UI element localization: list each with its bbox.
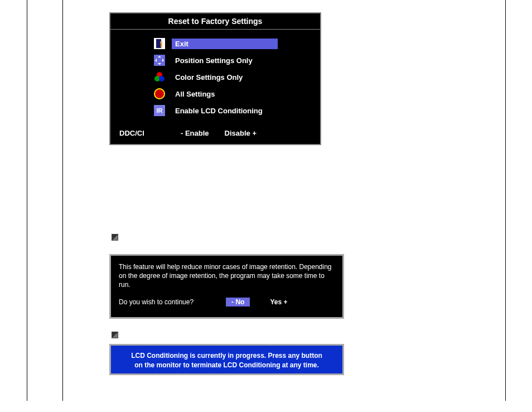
dialog-text: This feature will help reduce minor case… — [119, 262, 335, 290]
exit-icon — [154, 38, 165, 49]
osd-reset-panel: Reset to Factory Settings Exit Positio — [109, 12, 321, 145]
separator-line — [62, 0, 63, 401]
ir-icon: IR — [154, 105, 165, 116]
position-icon — [154, 55, 165, 66]
osd-item-all[interactable]: All Settings — [110, 85, 320, 102]
note-icon — [112, 234, 118, 241]
osd-item-label: Color Settings Only — [172, 72, 246, 83]
lcd-conditioning-dialog: This feature will help reduce minor case… — [109, 254, 344, 319]
osd-items: Exit Position Settings Only Color Settin… — [110, 30, 320, 121]
osd-item-color[interactable]: Color Settings Only — [110, 69, 320, 85]
svg-point-2 — [160, 41, 162, 44]
osd-item-position[interactable]: Position Settings Only — [110, 52, 320, 69]
separator-line — [505, 0, 506, 401]
ddcci-disable-button[interactable]: Disable + — [225, 129, 257, 137]
lcd-conditioning-progress: LCD Conditioning is currently in progres… — [109, 344, 344, 375]
svg-rect-1 — [156, 39, 161, 48]
osd-item-label: All Settings — [172, 89, 219, 99]
note-icon — [112, 332, 118, 338]
no-button[interactable]: - No — [226, 298, 250, 306]
dialog-question: Do you wish to continue? — [119, 298, 194, 306]
osd-item-exit[interactable]: Exit — [110, 35, 320, 52]
svg-point-7 — [159, 76, 165, 82]
separator-line — [27, 0, 27, 401]
ddcci-enable-button[interactable]: - Enable — [181, 129, 209, 137]
osd-footer: DDC/CI - Enable Disable + — [110, 121, 320, 144]
osd-item-label: Enable LCD Conditioning — [172, 106, 266, 116]
svg-rect-3 — [161, 44, 162, 47]
all-settings-icon — [154, 88, 165, 99]
osd-item-lcd-conditioning[interactable]: IR Enable LCD Conditioning — [110, 102, 320, 119]
color-icon — [154, 71, 165, 83]
osd-item-label: Exit — [172, 39, 278, 49]
ddcci-label: DDC/CI — [119, 129, 181, 137]
osd-item-label: Position Settings Only — [172, 55, 256, 66]
yes-button[interactable]: Yes + — [270, 298, 287, 306]
osd-title: Reset to Factory Settings — [110, 13, 320, 30]
progress-text: LCD Conditioning is currently in progres… — [128, 351, 326, 370]
svg-text:IR: IR — [157, 107, 163, 114]
